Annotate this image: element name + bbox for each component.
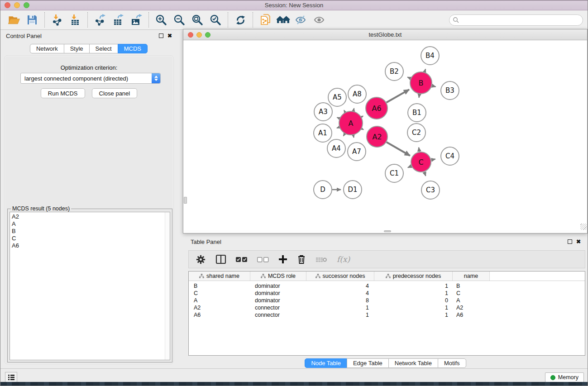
table-cell[interactable]: 4 [306, 283, 374, 289]
graph-node-A[interactable]: A [339, 111, 363, 135]
graph-edge-A2-C[interactable] [387, 142, 410, 156]
table-cell[interactable]: C [189, 290, 250, 296]
graph-node-A4[interactable]: A4 [327, 139, 345, 157]
table-cell[interactable]: dominator [250, 290, 306, 296]
tab-network-table[interactable]: Network Table [388, 358, 438, 368]
add-column-button[interactable] [278, 255, 287, 264]
export-network-button[interactable] [91, 11, 109, 29]
tab-motifs[interactable]: Motifs [438, 358, 466, 368]
open-session-button[interactable] [5, 11, 23, 29]
tab-style[interactable]: Style [64, 44, 90, 53]
table-row[interactable]: Bdominator41B [189, 282, 585, 290]
table-cell[interactable]: 1 [374, 312, 453, 318]
tab-network[interactable]: Network [30, 44, 64, 53]
table-cell[interactable]: 8 [306, 297, 374, 304]
graph-node-A2[interactable]: A2 [367, 126, 387, 147]
table-cell[interactable]: A6 [189, 312, 250, 318]
graph-node-B3[interactable]: B3 [441, 81, 459, 100]
graph-edge-B-B1[interactable] [419, 94, 420, 98]
graph-edge-A-A8[interactable] [354, 108, 354, 111]
vertical-scrollbar-thumb[interactable] [184, 197, 187, 204]
mcds-result-item[interactable]: C [12, 235, 170, 242]
graph-node-B4[interactable]: B4 [421, 47, 439, 65]
graph-edge-B-B3[interactable] [432, 86, 435, 86]
graph-node-D[interactable]: D [314, 181, 332, 199]
table-cell[interactable]: 4 [306, 290, 374, 296]
graph-edge-A-A1[interactable] [337, 127, 339, 128]
graph-node-B[interactable]: B [410, 72, 432, 94]
resize-grip-icon[interactable] [580, 224, 587, 230]
mcds-result-item[interactable]: A6 [12, 242, 170, 249]
table-cell[interactable]: A2 [189, 305, 250, 311]
table-cell[interactable]: B [189, 283, 250, 289]
graph-edge-A-A7[interactable] [353, 135, 354, 138]
table-cell[interactable]: A2 [453, 305, 490, 311]
table-row[interactable]: A6connector11A6 [189, 311, 585, 319]
deselect-all-button[interactable] [257, 257, 269, 262]
tab-select[interactable]: Select [89, 44, 118, 53]
search-input[interactable] [449, 14, 583, 26]
table-cell[interactable]: B [453, 283, 490, 289]
table-cell[interactable]: 1 [374, 290, 453, 296]
float-table-panel-icon[interactable] [568, 239, 572, 244]
mcds-result-item[interactable]: A [12, 220, 170, 228]
zoom-selected-button[interactable] [206, 11, 225, 29]
table-cell[interactable]: dominator [250, 283, 306, 289]
column-header-predecessor-nodes[interactable]: predecessor nodes [374, 272, 453, 281]
graph-node-C2[interactable]: C2 [407, 124, 425, 142]
column-header-mcds-role[interactable]: MCDS role [250, 272, 306, 281]
tab-node-table[interactable]: Node Table [305, 358, 347, 368]
horizontal-scrollbar[interactable] [184, 230, 587, 233]
graph-edge-C-C2[interactable] [419, 148, 419, 152]
column-header-shared-name[interactable]: shared name [189, 272, 250, 281]
network-canvas[interactable]: A5A8A6A3AA1A2A4A7B2B4BB3B1C2CC4C1C3DD1 [184, 41, 587, 230]
horizontal-scrollbar-thumb[interactable] [384, 230, 391, 232]
graph-edge-A-A5[interactable] [344, 110, 345, 113]
memory-button[interactable]: Memory [545, 372, 584, 382]
table-cell[interactable]: 0 [374, 297, 453, 304]
table-row[interactable]: Cdominator41C [189, 290, 585, 297]
close-table-panel-icon[interactable]: ✖ [576, 239, 581, 244]
graph-node-C4[interactable]: C4 [441, 147, 459, 165]
zoom-out-button[interactable] [170, 11, 188, 29]
graph-node-A1[interactable]: A1 [314, 124, 332, 142]
graph-edge-A-A4[interactable] [344, 133, 345, 136]
network-window-titlebar[interactable]: testGlobe.txt [183, 29, 587, 40]
export-image-button[interactable] [127, 11, 145, 29]
table-cell[interactable]: 1 [374, 305, 453, 311]
export-table-button[interactable] [109, 11, 127, 29]
graph-edge-A-A3[interactable] [337, 118, 340, 119]
table-cell[interactable]: 1 [306, 312, 374, 318]
table-cell[interactable]: A [453, 297, 490, 304]
graph-node-A8[interactable]: A8 [348, 85, 366, 103]
zoom-in-button[interactable] [152, 11, 170, 29]
import-network-button[interactable] [48, 11, 66, 29]
delete-table-button[interactable] [316, 256, 327, 263]
graph-edge-C-C4[interactable] [431, 159, 435, 160]
graph-edge-C-C1[interactable] [408, 166, 411, 167]
graph-node-B1[interactable]: B1 [408, 104, 426, 122]
import-table-button[interactable] [66, 11, 84, 29]
graph-edge-A6-B[interactable] [387, 90, 409, 103]
mcds-result-scrollbar[interactable] [165, 212, 170, 360]
table-cell[interactable]: dominator [250, 297, 306, 304]
tab-edge-table[interactable]: Edge Table [347, 358, 389, 368]
table-cell[interactable]: 1 [374, 283, 453, 289]
graph-edge-A-A2[interactable] [362, 129, 363, 129]
run-mcds-button[interactable]: Run MCDS [41, 88, 85, 98]
save-session-button[interactable] [23, 11, 41, 29]
graph-edge-B-B2[interactable] [407, 77, 411, 78]
column-header-successor-nodes[interactable]: successor nodes [306, 272, 374, 281]
table-cell[interactable]: C [453, 290, 490, 296]
select-all-button[interactable] [236, 257, 248, 262]
graph-node-C[interactable]: C [411, 152, 431, 172]
mcds-result-item[interactable]: B [12, 228, 170, 235]
graph-node-D1[interactable]: D1 [344, 181, 362, 199]
graph-edge-C-C3[interactable] [424, 172, 425, 176]
function-builder-icon[interactable]: f(x) [337, 255, 350, 264]
task-history-button[interactable] [5, 372, 17, 383]
table-row[interactable]: Adominator80A [189, 297, 585, 304]
tab-mcds[interactable]: MCDS [118, 44, 148, 53]
table-cell[interactable]: A6 [453, 312, 490, 318]
graph-node-C1[interactable]: C1 [385, 164, 403, 182]
